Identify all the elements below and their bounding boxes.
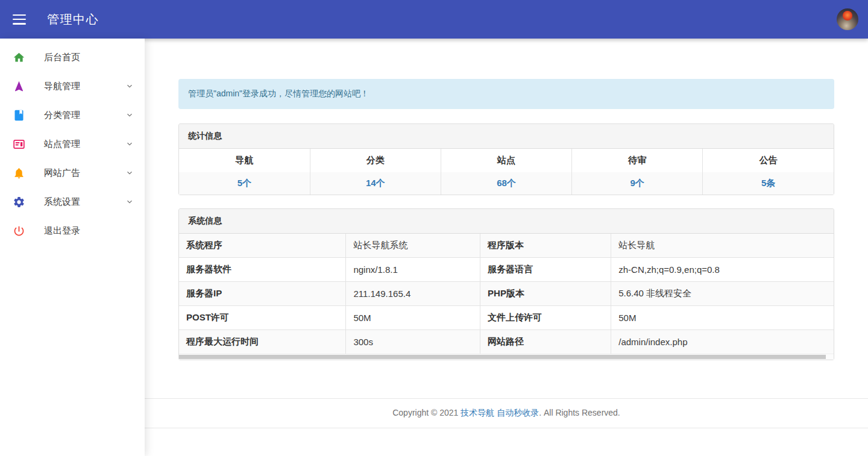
bell-icon [13, 166, 26, 180]
sys-value: nginx/1.8.1 [346, 258, 480, 282]
sys-value: /admin/index.php [611, 330, 834, 354]
sys-label: 网站路径 [480, 330, 611, 354]
navigation-icon [13, 80, 26, 93]
horizontal-scrollbar[interactable] [179, 354, 834, 360]
sidebar-item-label: 后台首页 [44, 52, 134, 63]
menu-icon[interactable] [13, 14, 26, 25]
sys-value: 50M [346, 306, 480, 330]
main-content: 管理员"admin"登录成功，尽情管理您的网站吧！ 统计信息 导航 分类 站点 … [145, 39, 868, 456]
table-row: POST许可 50M 文件上传许可 50M [179, 306, 834, 330]
sidebar-item-site-ads[interactable]: 网站广告 [0, 158, 145, 187]
stats-card: 统计信息 导航 分类 站点 待审 公告 5个 14个 68个 [178, 123, 834, 195]
table-row: 系统程序 站长导航系统 程序版本 站长导航 [179, 234, 834, 258]
power-icon [13, 224, 26, 237]
system-info-table: 系统程序 站长导航系统 程序版本 站长导航 服务器软件 nginx/1.8.1 … [179, 234, 834, 354]
sys-label: POST许可 [179, 306, 346, 330]
chevron-down-icon [125, 111, 134, 119]
home-icon [13, 51, 26, 64]
scrollbar-thumb[interactable] [179, 355, 826, 359]
sys-label: 程序版本 [480, 234, 611, 258]
sys-label: 服务器语言 [480, 258, 611, 282]
stats-value-nav-link[interactable]: 5个 [237, 178, 251, 188]
avatar[interactable] [837, 8, 858, 30]
table-row: 程序最大运行时间 300s 网站路径 /admin/index.php [179, 330, 834, 354]
sys-value: 300s [346, 330, 480, 354]
sys-value: 211.149.165.4 [346, 282, 480, 306]
login-success-alert: 管理员"admin"登录成功，尽情管理您的网站吧！ [178, 79, 834, 109]
stats-value-pending-link[interactable]: 9个 [630, 178, 644, 188]
sidebar: 后台首页 导航管理 分类管理 [0, 39, 145, 456]
sidebar-item-home[interactable]: 后台首页 [0, 43, 145, 72]
sys-label: 系统程序 [179, 234, 346, 258]
sidebar-item-system-settings[interactable]: 系统设置 [0, 187, 145, 216]
sidebar-item-label: 站点管理 [44, 139, 125, 150]
stats-col-header-nav: 导航 [179, 149, 310, 172]
table-row: 服务器软件 nginx/1.8.1 服务器语言 zh-CN,zh;q=0.9,e… [179, 258, 834, 282]
footer-link[interactable]: 技术导航 自动秒收录 [461, 408, 539, 417]
copyright-prefix: Copyright © 2021 [392, 408, 461, 417]
sys-value: zh-CN,zh;q=0.9,en;q=0.8 [611, 258, 834, 282]
sys-label: 服务器IP [179, 282, 346, 306]
system-card-title: 系统信息 [179, 209, 834, 234]
avatar-emblem [843, 11, 852, 20]
sys-label: 文件上传许可 [480, 306, 611, 330]
table-row: 服务器IP 211.149.165.4 PHP版本 5.6.40 非线程安全 [179, 282, 834, 306]
sys-value: 50M [611, 306, 834, 330]
stats-card-title: 统计信息 [179, 124, 834, 149]
chevron-down-icon [125, 169, 134, 177]
sidebar-item-category-manage[interactable]: 分类管理 [0, 101, 145, 130]
sys-value: 站长导航系统 [346, 234, 480, 258]
chevron-down-icon [125, 198, 134, 206]
stats-col-header-announce: 公告 [703, 149, 834, 172]
app-title: 管理中心 [47, 11, 99, 28]
sys-label: 程序最大运行时间 [179, 330, 346, 354]
stats-col-header-pending: 待审 [572, 149, 703, 172]
footer: Copyright © 2021 技术导航 自动秒收录. All Rights … [145, 398, 868, 428]
topbar: 管理中心 [0, 0, 868, 39]
stats-value-row: 5个 14个 68个 9个 5条 [179, 172, 834, 195]
site-list-icon [13, 137, 26, 151]
sidebar-item-label: 退出登录 [44, 225, 134, 237]
sidebar-item-nav-manage[interactable]: 导航管理 [0, 72, 145, 101]
sys-value: 5.6.40 非线程安全 [611, 282, 834, 306]
sidebar-item-logout[interactable]: 退出登录 [0, 216, 145, 245]
stats-table: 导航 分类 站点 待审 公告 5个 14个 68个 9个 5条 [179, 149, 834, 195]
stats-col-header-category: 分类 [310, 149, 441, 172]
sidebar-item-label: 导航管理 [44, 81, 125, 92]
stats-value-announce-link[interactable]: 5条 [761, 178, 775, 188]
sys-value: 站长导航 [611, 234, 834, 258]
gear-icon [13, 195, 26, 208]
chevron-down-icon [125, 82, 134, 90]
stats-value-site-link[interactable]: 68个 [497, 178, 516, 188]
book-icon [13, 108, 26, 122]
sidebar-item-site-manage[interactable]: 站点管理 [0, 130, 145, 158]
stats-col-header-site: 站点 [441, 149, 571, 172]
sidebar-item-label: 系统设置 [44, 196, 125, 208]
system-info-card: 系统信息 系统程序 站长导航系统 程序版本 站长导航 服务器软件 nginx/1… [178, 208, 834, 360]
copyright-suffix: . All Rights Reserved. [539, 408, 620, 417]
sidebar-item-label: 分类管理 [44, 110, 125, 121]
stats-value-category-link[interactable]: 14个 [366, 178, 385, 188]
chevron-down-icon [125, 140, 134, 148]
alert-message: 管理员"admin"登录成功，尽情管理您的网站吧！ [188, 89, 369, 98]
sidebar-item-label: 网站广告 [44, 167, 125, 179]
sys-label: PHP版本 [480, 282, 611, 306]
sys-label: 服务器软件 [179, 258, 346, 282]
